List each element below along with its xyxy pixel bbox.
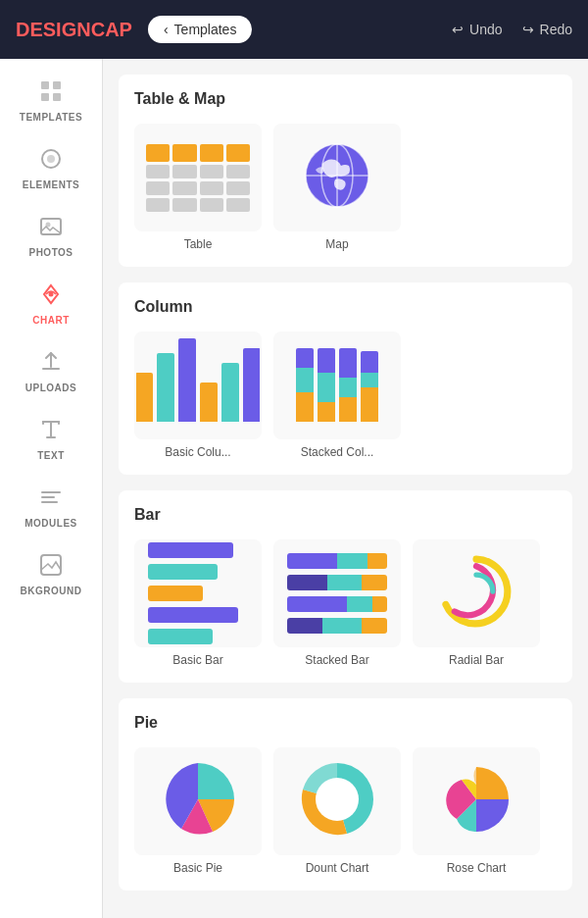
table-preview — [134, 124, 262, 231]
chart-label-basic-pie: Basic Pie — [173, 861, 222, 875]
chart-item-dount[interactable]: Dount Chart — [273, 747, 401, 875]
back-chevron-icon: ‹ — [164, 22, 169, 37]
undo-label: Undo — [469, 22, 502, 37]
redo-label: Redo — [540, 22, 572, 37]
sidebar-label-elements: ELEMENTS — [23, 179, 79, 190]
content-area: Table & Map — [103, 59, 588, 918]
chart-item-radial-bar[interactable]: Radial Bar — [413, 539, 540, 667]
svg-rect-1 — [53, 81, 61, 89]
chart-label-stacked-col: Stacked Col... — [301, 445, 374, 459]
sidebar: TEMPLATES ELEMENTS PHOTOS — [0, 59, 103, 918]
chart-label-table: Table — [184, 237, 213, 251]
undo-button[interactable]: ↩ Undo — [452, 22, 502, 37]
section-column: Column Basic Colu... — [119, 282, 572, 475]
sidebar-label-uploads: UPLOADS — [25, 382, 76, 393]
sidebar-item-templates[interactable]: TEMPLATES — [0, 67, 102, 134]
bar-grid: Basic Bar — [134, 539, 557, 667]
chart-item-table[interactable]: Table — [134, 124, 262, 251]
logo-design: DESIGN — [16, 19, 91, 40]
undo-icon: ↩ — [452, 22, 464, 37]
back-label: Templates — [174, 22, 237, 37]
basic-pie-preview — [134, 747, 262, 855]
map-icon — [298, 136, 376, 219]
chart-label-basic-col: Basic Colu... — [165, 445, 230, 459]
stacked-col-preview — [273, 332, 401, 439]
chart-item-basic-bar[interactable]: Basic Bar — [134, 539, 262, 667]
basic-col-chart — [134, 341, 262, 430]
sidebar-label-templates: TEMPLATES — [20, 112, 82, 123]
radial-chart — [437, 552, 515, 635]
svg-rect-3 — [53, 93, 61, 101]
basic-bar-chart — [136, 539, 260, 647]
section-title-bar: Bar — [134, 506, 557, 524]
section-pie: Pie — [119, 698, 572, 891]
section-title-column: Column — [134, 298, 557, 316]
dount-preview — [273, 747, 401, 855]
stacked-col-chart — [284, 341, 390, 430]
section-bar: Bar Basic Bar — [119, 490, 572, 683]
back-button[interactable]: ‹ Templates — [148, 16, 252, 43]
rose-preview — [413, 747, 540, 855]
sidebar-item-modules[interactable]: MODULES — [0, 473, 102, 540]
logo: DESIGNCAP — [16, 19, 132, 41]
chart-label-radial-bar: Radial Bar — [449, 653, 504, 667]
sidebar-label-chart: CHART — [32, 315, 70, 326]
chart-label-dount: Dount Chart — [306, 861, 369, 875]
basic-bar-preview — [134, 539, 262, 647]
sidebar-label-text: TEXT — [37, 450, 65, 461]
rose-chart — [432, 755, 520, 847]
stacked-bar-chart — [275, 541, 399, 645]
dount-chart — [293, 755, 381, 847]
chart-item-basic-pie[interactable]: Basic Pie — [134, 747, 262, 875]
sidebar-label-bkground: BKGROUND — [21, 586, 82, 596]
chart-item-map[interactable]: Map — [273, 124, 401, 251]
uploads-icon — [38, 349, 64, 379]
chart-item-rose[interactable]: Rose Chart — [413, 747, 540, 875]
section-title-table-map: Table & Map — [134, 90, 557, 108]
sidebar-label-photos: PHOTOS — [28, 247, 73, 258]
svg-point-8 — [49, 292, 54, 297]
pie-grid: Basic Pie — [134, 747, 557, 875]
section-table-map: Table & Map — [119, 75, 572, 267]
chart-item-stacked-col[interactable]: Stacked Col... — [273, 332, 401, 459]
chart-label-basic-bar: Basic Bar — [172, 653, 222, 667]
radial-bar-preview — [413, 539, 540, 647]
sidebar-item-chart[interactable]: CHART — [0, 270, 102, 337]
chart-icon — [38, 281, 64, 311]
basic-pie-chart — [154, 755, 242, 847]
svg-point-19 — [316, 778, 359, 821]
basic-col-preview — [134, 332, 262, 439]
header-actions: ↩ Undo ↪ Redo — [452, 22, 572, 37]
sidebar-label-modules: MODULES — [24, 518, 77, 529]
chart-label-map: Map — [325, 237, 348, 251]
header: DESIGNCAP ‹ Templates ↩ Undo ↪ Redo — [0, 0, 588, 59]
sidebar-item-uploads[interactable]: UPLOADS — [0, 337, 102, 405]
chart-label-rose: Rose Chart — [447, 861, 507, 875]
redo-icon: ↪ — [522, 22, 534, 37]
section-title-pie: Pie — [134, 714, 557, 732]
bkground-icon — [38, 552, 64, 582]
chart-item-stacked-bar[interactable]: Stacked Bar — [273, 539, 401, 667]
main-layout: TEMPLATES ELEMENTS PHOTOS — [0, 59, 588, 918]
chart-label-stacked-bar: Stacked Bar — [305, 653, 368, 667]
redo-button[interactable]: ↪ Redo — [522, 22, 572, 37]
svg-rect-2 — [41, 93, 49, 101]
sidebar-item-bkground[interactable]: BKGROUND — [0, 540, 102, 608]
svg-point-5 — [47, 155, 55, 163]
modules-icon — [38, 484, 64, 514]
sidebar-item-photos[interactable]: PHOTOS — [0, 202, 102, 270]
logo-cap: CAP — [91, 19, 132, 40]
elements-icon — [38, 146, 64, 176]
sidebar-item-elements[interactable]: ELEMENTS — [0, 134, 102, 202]
chart-item-basic-col[interactable]: Basic Colu... — [134, 332, 262, 459]
column-grid: Basic Colu... — [134, 332, 557, 459]
table-map-grid: Table — [134, 124, 557, 251]
photos-icon — [38, 214, 64, 243]
text-icon — [38, 417, 64, 446]
sidebar-item-text[interactable]: TEXT — [0, 405, 102, 473]
stacked-bar-preview — [273, 539, 401, 647]
templates-icon — [38, 78, 64, 108]
svg-rect-0 — [41, 81, 49, 89]
map-preview — [273, 124, 401, 231]
